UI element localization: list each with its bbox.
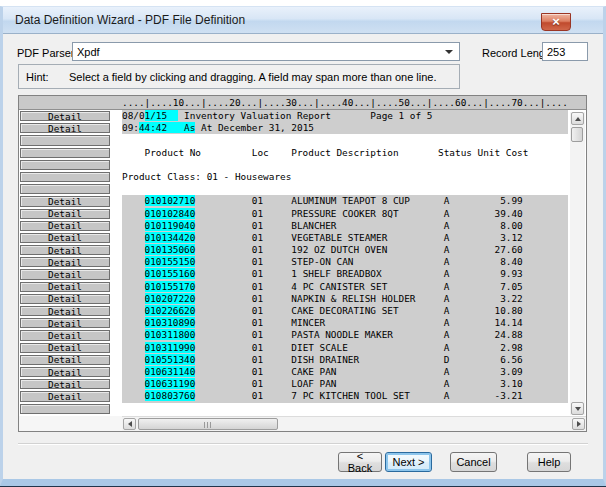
hint-text: Select a field by clicking and dragging.…	[69, 71, 437, 83]
row-text[interactable]: 010551340 01 DISH DRAINER D 6.56	[122, 354, 568, 366]
next-button[interactable]: Next >	[385, 452, 432, 472]
row-text[interactable]: 010155150 01 STEP-ON CAN A 8.40	[122, 256, 568, 268]
cancel-button[interactable]: Cancel	[450, 452, 497, 472]
preview-row[interactable]: Detail 010803760 01 7 PC KITCHEN TOOL SE…	[19, 390, 586, 402]
row-label-cell[interactable]: Detail	[20, 221, 110, 231]
row-label-cell[interactable]: Detail	[20, 233, 110, 243]
row-text[interactable]: 08/01/15 Inventory Valuation Report Page…	[122, 110, 568, 122]
row-label-cell[interactable]: Detail	[20, 269, 110, 279]
close-button[interactable]: ×	[541, 13, 571, 31]
preview-row[interactable]	[19, 183, 586, 195]
preview-row[interactable]: Product No Loc Product Description Statu…	[19, 147, 586, 159]
row-label-cell[interactable]: Detail	[20, 379, 110, 389]
preview-row[interactable]: Detail 010119040 01 BLANCHER A 8.00	[19, 220, 586, 232]
preview-row[interactable]: Detail 010102710 01 ALUMINUM TEAPOT 8 CU…	[19, 195, 586, 207]
back-button[interactable]: < Back	[338, 452, 382, 472]
row-label-cell[interactable]: Detail	[20, 367, 110, 377]
row-label-cell[interactable]	[20, 172, 110, 182]
row-label-cell[interactable]: Detail	[20, 294, 110, 304]
preview-row[interactable]: Product Class: 01 - Housewares	[19, 171, 586, 183]
preview-row[interactable]: Detail08/01/15 Inventory Valuation Repor…	[19, 110, 586, 122]
scroll-down-icon	[575, 407, 581, 411]
row-label-cell[interactable]	[20, 404, 110, 414]
row-label-cell[interactable]: Detail	[20, 306, 110, 316]
preview-row[interactable]: Detail 010226620 01 CAKE DECORATING SET …	[19, 305, 586, 317]
row-text[interactable]: 010631190 01 LOAF PAN A 3.10	[122, 378, 568, 390]
selected-field-highlight: 010102840	[145, 208, 196, 219]
row-text[interactable]: Product Class: 01 - Housewares	[122, 171, 568, 183]
column-ruler: ....|....10...|....20...|....30...|....4…	[19, 96, 586, 110]
selected-field-highlight: 1/15	[145, 110, 179, 121]
row-text[interactable]: 010102710 01 ALUMINUM TEAPOT 8 CUP A 5.9…	[122, 195, 568, 207]
preview-row[interactable]: Detail09:44:42 As At December 31, 2015	[19, 122, 586, 134]
row-text[interactable]: 010135060 01 192 OZ DUTCH OVEN A 27.60	[122, 244, 568, 256]
horizontal-scroll-thumb[interactable]	[138, 418, 278, 430]
preview-row[interactable]	[19, 403, 586, 415]
row-text[interactable]: 010155170 01 4 PC CANISTER SET A 7.05	[122, 281, 568, 293]
row-label-cell[interactable]: Detail	[20, 355, 110, 365]
row-label-cell[interactable]	[20, 160, 110, 170]
row-label-cell[interactable]: Detail	[20, 196, 110, 206]
vertical-scroll-thumb[interactable]	[571, 127, 583, 142]
preview-row[interactable]: Detail 010135060 01 192 OZ DUTCH OVEN A …	[19, 244, 586, 256]
preview-row[interactable]: Detail 010155150 01 STEP-ON CAN A 8.40	[19, 256, 586, 268]
scroll-down-button[interactable]	[571, 402, 584, 415]
scrollbar-corner	[19, 416, 122, 431]
pdf-parser-combobox[interactable]: Xpdf	[72, 42, 460, 61]
row-text[interactable]: 010102840 01 PRESSURE COOKER 8QT A 39.40	[122, 208, 568, 220]
row-text[interactable]: 010631140 01 CAKE PAN A 3.09	[122, 366, 568, 378]
preview-row[interactable]: Detail 010551340 01 DISH DRAINER D 6.56	[19, 354, 586, 366]
record-length-input[interactable]	[542, 42, 588, 61]
horizontal-scrollbar[interactable]	[122, 416, 586, 431]
row-label-cell[interactable]: Detail	[20, 209, 110, 219]
row-label-cell[interactable]	[20, 184, 110, 194]
preview-rows[interactable]: Detail08/01/15 Inventory Valuation Repor…	[19, 110, 586, 415]
row-text[interactable]: 010803760 01 7 PC KITCHEN TOOL SET A -3.…	[122, 390, 568, 402]
preview-row[interactable]: Detail 010155170 01 4 PC CANISTER SET A …	[19, 281, 586, 293]
row-label-cell[interactable]: Detail	[20, 318, 110, 328]
row-text[interactable]: Product No Loc Product Description Statu…	[122, 147, 568, 159]
row-text[interactable]: 010226620 01 CAKE DECORATING SET A 10.80	[122, 305, 568, 317]
row-text[interactable]: 010311800 01 PASTA NOODLE MAKER A 24.88	[122, 329, 568, 341]
row-text[interactable]	[122, 183, 568, 195]
preview-row[interactable]: Detail 010155160 01 1 SHELF BREADBOX A 9…	[19, 268, 586, 280]
row-label-cell[interactable]: Detail	[20, 343, 110, 353]
row-text[interactable]: 010311990 01 DIET SCALE A 2.98	[122, 342, 568, 354]
preview-row[interactable]: Detail 010310890 01 MINCER A 14.14	[19, 317, 586, 329]
row-text[interactable]: 09:44:42 As At December 31, 2015	[122, 122, 568, 134]
pdf-preview-panel[interactable]: ....|....10...|....20...|....30...|....4…	[18, 95, 587, 432]
preview-row[interactable]: Detail 010631190 01 LOAF PAN A 3.10	[19, 378, 586, 390]
row-text[interactable]: 010119040 01 BLANCHER A 8.00	[122, 220, 568, 232]
row-text[interactable]: 010134420 01 VEGETABLE STEAMER A 3.12	[122, 232, 568, 244]
selected-field-highlight: 010631190	[145, 378, 196, 389]
title-bar: Data Definition Wizard - PDF File Defini…	[3, 7, 603, 34]
vertical-scrollbar[interactable]	[570, 112, 585, 415]
preview-row[interactable]: Detail 010102840 01 PRESSURE COOKER 8QT …	[19, 208, 586, 220]
row-label-cell[interactable]: Detail	[20, 245, 110, 255]
row-text[interactable]	[122, 403, 568, 415]
preview-row[interactable]: Detail 010311800 01 PASTA NOODLE MAKER A…	[19, 329, 586, 341]
row-text[interactable]: 010155160 01 1 SHELF BREADBOX A 9.93	[122, 268, 568, 280]
scroll-left-button[interactable]	[123, 418, 136, 430]
row-label-cell[interactable]: Detail	[20, 111, 110, 121]
row-label-cell[interactable]: Detail	[20, 123, 110, 133]
row-text[interactable]	[122, 134, 568, 146]
row-text[interactable]	[122, 159, 568, 171]
row-label-cell[interactable]: Detail	[20, 282, 110, 292]
row-label-cell[interactable]: Detail	[20, 257, 110, 267]
preview-row[interactable]: Detail 010631140 01 CAKE PAN A 3.09	[19, 366, 586, 378]
scroll-up-button[interactable]	[571, 112, 584, 125]
preview-row[interactable]	[19, 159, 586, 171]
row-label-cell[interactable]: Detail	[20, 391, 110, 401]
preview-row[interactable]: Detail 010311990 01 DIET SCALE A 2.98	[19, 342, 586, 354]
row-text[interactable]: 010207220 01 NAPKIN & RELISH HOLDER A 3.…	[122, 293, 568, 305]
row-text[interactable]: 010310890 01 MINCER A 14.14	[122, 317, 568, 329]
row-label-cell[interactable]	[20, 135, 110, 145]
scroll-right-button[interactable]	[572, 418, 585, 430]
row-label-cell[interactable]: Detail	[20, 330, 110, 340]
help-button[interactable]: Help	[527, 452, 571, 472]
row-label-cell[interactable]	[20, 148, 110, 158]
preview-row[interactable]	[19, 134, 586, 146]
preview-row[interactable]: Detail 010207220 01 NAPKIN & RELISH HOLD…	[19, 293, 586, 305]
preview-row[interactable]: Detail 010134420 01 VEGETABLE STEAMER A …	[19, 232, 586, 244]
